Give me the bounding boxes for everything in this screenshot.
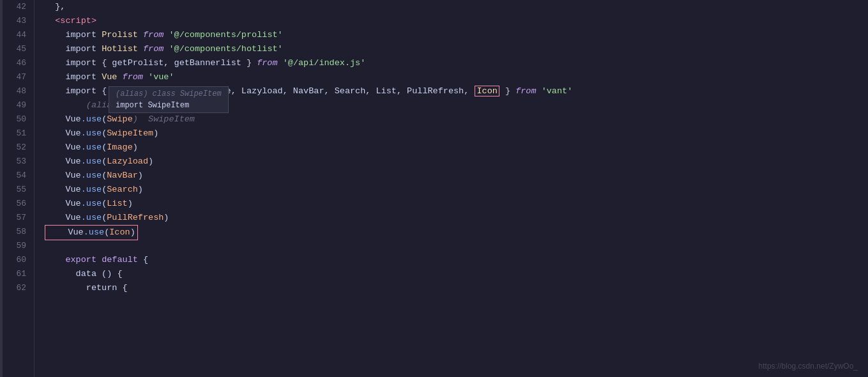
line-number: 56: [10, 197, 26, 211]
code-line: import Vue from 'vue': [45, 70, 868, 84]
code-line: Vue.use(Lazyload): [45, 155, 868, 169]
code-line: Vue.use(List): [45, 197, 868, 211]
line-number: 45: [10, 42, 26, 56]
code-line: Vue.use(NavBar): [45, 169, 868, 183]
icon-highlight-box: Icon: [475, 86, 499, 96]
line-number: 48: [10, 84, 26, 98]
line-number: 61: [10, 267, 26, 281]
code-content[interactable]: }, <script> import Prolist from '@/compo…: [34, 0, 868, 377]
line-number: 62: [10, 281, 26, 295]
line-number: 49: [10, 98, 26, 112]
line-numbers: 4243444546474849505152535455565758596061…: [3, 0, 34, 377]
code-editor: 4243444546474849505152535455565758596061…: [0, 0, 868, 377]
highlighted-line: Vue.use(Icon): [45, 225, 138, 240]
tooltip-alias-label: (alias) class SwipeItem: [109, 88, 228, 100]
code-line: import Hotlist from '@/components/hotlis…: [45, 42, 868, 56]
line-number: 52: [10, 141, 26, 155]
code-line: Vue.use(SwipeItem): [45, 127, 868, 141]
line-number: 43: [10, 14, 26, 28]
code-line: Vue.use(Swipe) SwipeItem: [45, 112, 868, 127]
line-number: 55: [10, 183, 26, 197]
line-number: 46: [10, 56, 26, 70]
code-line: [45, 239, 868, 253]
tooltip-import-suggestion: import SwipeItem: [109, 100, 228, 111]
code-line: Vue.use(Image): [45, 141, 868, 155]
watermark: https://blog.csdn.net/ZywOo_: [759, 362, 858, 371]
line-number: 58: [10, 225, 26, 239]
code-line: },: [45, 0, 868, 14]
code-line: Vue.use(PullRefresh): [45, 211, 868, 225]
code-line: export default {: [45, 253, 868, 267]
line-number: 60: [10, 253, 26, 267]
code-line: data () {: [45, 267, 868, 281]
line-number: 44: [10, 28, 26, 42]
line-number: 59: [10, 239, 26, 253]
autocomplete-popup: (alias) class SwipeItemimport SwipeItem: [109, 86, 229, 113]
code-line: Vue.use(Search): [45, 183, 868, 197]
code-line: <script>: [45, 14, 868, 28]
code-line: import { getProlist, getBannerlist } fro…: [45, 56, 868, 70]
line-number: 42: [10, 0, 26, 14]
line-number: 57: [10, 211, 26, 225]
line-number: 50: [10, 112, 26, 127]
line-number: 51: [10, 127, 26, 141]
line-number: 47: [10, 70, 26, 84]
code-line: Vue.use(Icon): [45, 225, 868, 239]
code-line: import Prolist from '@/components/prolis…: [45, 28, 868, 42]
line-number: 53: [10, 155, 26, 169]
line-number: 54: [10, 169, 26, 183]
code-line: return {: [45, 281, 868, 295]
